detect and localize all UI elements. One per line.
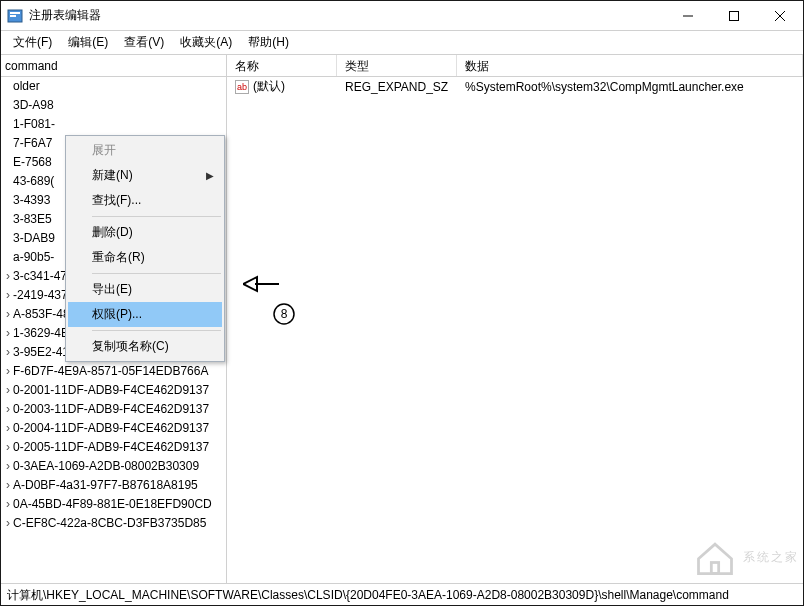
window-buttons — [665, 1, 803, 30]
tree-row[interactable]: older — [1, 77, 226, 96]
tree-row-label: E-7568 — [13, 155, 52, 169]
tree-row[interactable]: 3D-A98 — [1, 96, 226, 115]
chevron-right-icon[interactable]: › — [3, 476, 13, 495]
tree-row-label: 7-F6A7 — [13, 136, 52, 150]
chevron-right-icon[interactable]: › — [3, 419, 13, 438]
main-area: command older3D-A981-F081-7-F6A7E-756843… — [1, 55, 803, 583]
column-name[interactable]: 名称 — [227, 55, 337, 76]
menu-file[interactable]: 文件(F) — [5, 31, 60, 54]
tree-row[interactable]: ›F-6D7F-4E9A-8571-05F14EDB766A — [1, 362, 226, 381]
tree-row-label: C-EF8C-422a-8CBC-D3FB3735D85 — [13, 516, 206, 530]
chevron-right-icon[interactable]: › — [3, 457, 13, 476]
context-menu-item[interactable]: 权限(P)... — [68, 302, 222, 327]
list-body[interactable]: ab(默认)REG_EXPAND_SZ%SystemRoot%\system32… — [227, 77, 803, 583]
tree-row-label: 0-2003-11DF-ADB9-F4CE462D9137 — [13, 402, 209, 416]
svg-rect-4 — [730, 11, 739, 20]
tree-row-label: 0-2001-11DF-ADB9-F4CE462D9137 — [13, 383, 209, 397]
context-menu-item[interactable]: 新建(N)▶ — [68, 163, 222, 188]
tree-row-label: A-D0BF-4a31-97F7-B87618A8195 — [13, 478, 198, 492]
context-menu-separator — [92, 216, 221, 217]
chevron-right-icon[interactable]: › — [3, 286, 13, 305]
tree-row-label: 3-83E5 — [13, 212, 52, 226]
tree-row[interactable]: ›0-2004-11DF-ADB9-F4CE462D9137 — [1, 419, 226, 438]
string-value-icon: ab — [235, 80, 249, 94]
chevron-right-icon[interactable]: › — [3, 305, 13, 324]
tree-selected-key-label: command — [5, 59, 58, 73]
value-data: %SystemRoot%\system32\CompMgmtLauncher.e… — [457, 80, 803, 94]
context-menu-item[interactable]: 查找(F)... — [68, 188, 222, 213]
chevron-right-icon[interactable]: › — [3, 514, 13, 533]
chevron-right-icon[interactable]: › — [3, 343, 13, 362]
list-header: 名称 类型 数据 — [227, 55, 803, 77]
context-menu: 展开新建(N)▶查找(F)...删除(D)重命名(R)导出(E)权限(P)...… — [65, 135, 225, 362]
regedit-window: 注册表编辑器 文件(F) 编辑(E) 查看(V) 收藏夹(A) 帮助(H) co… — [0, 0, 804, 606]
context-menu-item-label: 查找(F)... — [92, 192, 141, 209]
chevron-right-icon[interactable]: › — [3, 267, 13, 286]
statusbar-path: 计算机\HKEY_LOCAL_MACHINE\SOFTWARE\Classes\… — [7, 588, 729, 602]
context-menu-item-label: 新建(N) — [92, 167, 133, 184]
titlebar: 注册表编辑器 — [1, 1, 803, 31]
tree-row-label: 0A-45BD-4F89-881E-0E18EFD90CD — [13, 497, 212, 511]
tree-row-label: 0-3AEA-1069-A2DB-08002B30309 — [13, 459, 199, 473]
chevron-right-icon[interactable]: › — [3, 362, 13, 381]
value-name: (默认) — [253, 78, 285, 95]
app-icon — [7, 8, 23, 24]
tree-row[interactable]: ›0A-45BD-4F89-881E-0E18EFD90CD — [1, 495, 226, 514]
svg-rect-1 — [10, 12, 20, 14]
tree-row[interactable]: ›0-2001-11DF-ADB9-F4CE462D9137 — [1, 381, 226, 400]
close-button[interactable] — [757, 1, 803, 30]
menu-favorites[interactable]: 收藏夹(A) — [172, 31, 240, 54]
context-menu-item: 展开 — [68, 138, 222, 163]
tree-row-label: a-90b5- — [13, 250, 54, 264]
context-menu-separator — [92, 330, 221, 331]
maximize-button[interactable] — [711, 1, 757, 30]
tree-selected-key[interactable]: command — [1, 55, 226, 77]
tree-row-label: 0-2004-11DF-ADB9-F4CE462D9137 — [13, 421, 209, 435]
context-menu-separator — [92, 273, 221, 274]
tree-row[interactable]: ›A-D0BF-4a31-97F7-B87618A8195 — [1, 476, 226, 495]
minimize-button[interactable] — [665, 1, 711, 30]
menu-edit[interactable]: 编辑(E) — [60, 31, 116, 54]
value-row[interactable]: ab(默认)REG_EXPAND_SZ%SystemRoot%\system32… — [227, 77, 803, 96]
menu-view[interactable]: 查看(V) — [116, 31, 172, 54]
chevron-right-icon[interactable]: › — [3, 381, 13, 400]
svg-marker-8 — [243, 277, 257, 291]
tree-row-label: 3-DAB9 — [13, 231, 55, 245]
tree-row-label: 43-689( — [13, 174, 54, 188]
tree-row[interactable]: 1-F081- — [1, 115, 226, 134]
tree-row-label: 3-4393 — [13, 193, 50, 207]
annotation-arrow-icon — [243, 273, 281, 298]
tree-row[interactable]: ›0-2005-11DF-ADB9-F4CE462D9137 — [1, 438, 226, 457]
context-menu-item-label: 删除(D) — [92, 224, 133, 241]
context-menu-item[interactable]: 复制项名称(C) — [68, 334, 222, 359]
tree-row[interactable]: ›0-2003-11DF-ADB9-F4CE462D9137 — [1, 400, 226, 419]
tree-row-label: 1-F081- — [13, 117, 55, 131]
window-title: 注册表编辑器 — [29, 7, 665, 24]
annotation-step-number: 8 — [281, 307, 288, 321]
submenu-arrow-icon: ▶ — [206, 170, 214, 181]
context-menu-item-label: 重命名(R) — [92, 249, 145, 266]
context-menu-item[interactable]: 导出(E) — [68, 277, 222, 302]
chevron-right-icon[interactable]: › — [3, 400, 13, 419]
chevron-right-icon[interactable]: › — [3, 495, 13, 514]
context-menu-item[interactable]: 删除(D) — [68, 220, 222, 245]
list-pane: 名称 类型 数据 ab(默认)REG_EXPAND_SZ%SystemRoot%… — [227, 55, 803, 583]
chevron-right-icon[interactable]: › — [3, 438, 13, 457]
tree-row[interactable]: ›0-3AEA-1069-A2DB-08002B30309 — [1, 457, 226, 476]
column-type[interactable]: 类型 — [337, 55, 457, 76]
tree-row[interactable]: ›C-EF8C-422a-8CBC-D3FB3735D85 — [1, 514, 226, 533]
context-menu-item-label: 复制项名称(C) — [92, 338, 169, 355]
menu-help[interactable]: 帮助(H) — [240, 31, 297, 54]
value-type: REG_EXPAND_SZ — [337, 80, 457, 94]
statusbar: 计算机\HKEY_LOCAL_MACHINE\SOFTWARE\Classes\… — [1, 583, 803, 605]
context-menu-item-label: 导出(E) — [92, 281, 132, 298]
tree-row-label: older — [13, 79, 40, 93]
column-data[interactable]: 数据 — [457, 55, 803, 76]
svg-rect-2 — [10, 15, 16, 17]
annotation-step-circle: 8 — [273, 303, 295, 328]
context-menu-item-label: 权限(P)... — [92, 306, 142, 323]
tree-row-label: 0-2005-11DF-ADB9-F4CE462D9137 — [13, 440, 209, 454]
chevron-right-icon[interactable]: › — [3, 324, 13, 343]
tree-row-label: 3D-A98 — [13, 98, 54, 112]
context-menu-item[interactable]: 重命名(R) — [68, 245, 222, 270]
